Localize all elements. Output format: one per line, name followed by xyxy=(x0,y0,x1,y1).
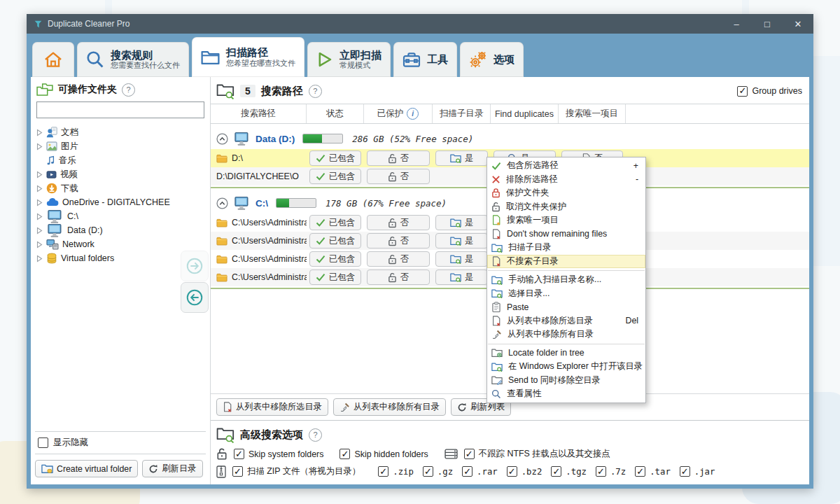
status-toggle-button[interactable]: 已包含 xyxy=(309,270,361,285)
minimize-button[interactable]: – xyxy=(721,14,752,34)
help-icon[interactable]: ? xyxy=(309,85,322,98)
column-header-3[interactable]: 扫描子目录 xyxy=(433,104,491,123)
column-header-5[interactable]: 搜索唯一项目 xyxy=(559,104,626,123)
tree-item[interactable]: 文档 xyxy=(34,125,207,139)
expander-icon[interactable] xyxy=(36,213,43,220)
protected-toggle-button[interactable]: 否 xyxy=(367,251,430,267)
remove-path-button[interactable] xyxy=(181,282,209,313)
checkbox[interactable] xyxy=(423,466,433,477)
status-toggle-button[interactable]: 已包含 xyxy=(309,169,361,184)
checkbox[interactable] xyxy=(551,466,561,477)
expander-icon[interactable] xyxy=(36,227,43,234)
tab-scan-paths[interactable]: 扫描路径您希望在哪查找文件 xyxy=(192,37,304,77)
collapse-group-icon[interactable] xyxy=(216,197,228,209)
option-ext-bz2[interactable]: .bz2 xyxy=(507,466,542,477)
protected-toggle-button[interactable]: 否 xyxy=(367,233,430,248)
tree-item[interactable]: 下载 xyxy=(34,181,207,195)
status-toggle-button[interactable]: 已包含 xyxy=(309,233,361,248)
menu-item[interactable]: 从列表中移除所有目录 xyxy=(487,328,645,342)
scan_sub-toggle-button[interactable]: 是 xyxy=(435,251,488,267)
group-drives-option[interactable]: Group drives xyxy=(737,86,802,97)
option-skip-hidden-folders[interactable]: Skip hidden folders xyxy=(340,449,428,459)
expander-icon[interactable] xyxy=(36,129,43,136)
group-drives-checkbox[interactable] xyxy=(737,86,748,97)
menu-item[interactable]: 包含所选路径+ xyxy=(487,159,645,173)
checkbox[interactable] xyxy=(462,466,472,477)
scan_sub-toggle-button[interactable]: 是 xyxy=(435,215,488,230)
option-ext-rar[interactable]: .rar xyxy=(462,466,498,477)
tab-search-rules[interactable]: 搜索规则您需要查找什么文件 xyxy=(77,42,189,77)
tree-item[interactable]: 图片 xyxy=(34,139,207,153)
status-toggle-button[interactable]: 已包含 xyxy=(309,150,361,166)
menu-item[interactable]: Don't show remaining files xyxy=(487,227,645,241)
menu-item[interactable]: 搜索唯一项目 xyxy=(487,214,645,227)
checkbox[interactable] xyxy=(378,466,388,477)
checkbox[interactable] xyxy=(507,466,517,477)
expander-icon[interactable] xyxy=(36,199,43,206)
scan_sub-toggle-button[interactable]: 是 xyxy=(435,233,488,248)
remove-all-button[interactable]: 从列表中移除所有目录 xyxy=(333,398,446,416)
tab-options[interactable]: 选项 xyxy=(460,42,524,77)
scan_sub-toggle-button[interactable]: 是 xyxy=(435,270,488,285)
menu-item[interactable]: 扫描子目录 xyxy=(487,241,645,255)
tree-item[interactable]: Network xyxy=(34,237,207,251)
menu-item[interactable]: 查看属性 xyxy=(487,387,645,401)
expander-icon[interactable] xyxy=(36,255,43,262)
menu-item[interactable]: Paste xyxy=(487,300,645,314)
option-scan-zip[interactable]: 扫描 ZIP 文件（将视为目录） xyxy=(232,465,360,477)
tab-home[interactable] xyxy=(32,42,74,77)
menu-item[interactable]: Send to 同时移除空目录 xyxy=(487,374,645,388)
expander-icon[interactable] xyxy=(36,185,43,192)
expander-icon[interactable] xyxy=(36,171,43,178)
option-ext-zip[interactable]: .zip xyxy=(378,466,414,477)
show-hidden-checkbox[interactable] xyxy=(38,438,48,448)
create-virtual-folder-button[interactable]: Create virtual folder xyxy=(35,460,138,477)
protected-toggle-button[interactable]: 否 xyxy=(367,270,430,285)
status-toggle-button[interactable]: 已包含 xyxy=(309,215,361,230)
checkbox[interactable] xyxy=(635,466,645,477)
option-skip-system-folders[interactable]: Skip system folders xyxy=(234,449,323,459)
option-ext-tar[interactable]: .tar xyxy=(635,466,671,477)
checkbox[interactable] xyxy=(234,449,244,459)
menu-item[interactable]: 在 Windows Explorer 中打开该目录 xyxy=(487,360,645,374)
tab-tools[interactable]: 工具 xyxy=(393,42,457,77)
column-header-0[interactable]: 搜索路径 xyxy=(211,104,307,123)
menu-item[interactable]: 排除所选路径- xyxy=(487,173,645,187)
close-button[interactable]: ✕ xyxy=(783,14,813,34)
protected-toggle-button[interactable]: 否 xyxy=(367,169,430,184)
option-ext-tgz[interactable]: .tgz xyxy=(551,466,587,477)
menu-item[interactable]: 手动输入扫描目录名称... xyxy=(487,273,645,287)
tree-item[interactable]: OneDrive - DIGITALYCHEE xyxy=(34,195,207,209)
option--ntfs-[interactable]: 不跟踪 NTFS 挂载点以及其交接点 xyxy=(464,448,610,460)
status-toggle-button[interactable]: 已包含 xyxy=(309,251,361,267)
refresh-tree-button[interactable]: 刷新目录 xyxy=(142,460,202,477)
remove-selected-button[interactable]: 从列表中移除所选目录 xyxy=(216,398,328,416)
checkbox[interactable] xyxy=(464,449,475,459)
menu-item[interactable]: 保护文件夹 xyxy=(487,186,645,200)
tree-item[interactable]: 视频 xyxy=(34,167,207,181)
help-icon[interactable]: ? xyxy=(122,83,135,97)
scan_sub-toggle-button[interactable]: 是 xyxy=(435,150,488,166)
tree-item[interactable]: Data (D:) xyxy=(34,223,207,237)
column-header-4[interactable]: Find duplicates xyxy=(491,104,559,123)
menu-item[interactable]: 从列表中移除所选目录Del xyxy=(487,314,645,328)
protected-toggle-button[interactable]: 否 xyxy=(367,215,430,230)
tab-scan-now[interactable]: 立即扫描常规模式 xyxy=(307,42,391,77)
add-path-button[interactable] xyxy=(181,251,209,281)
tree-item[interactable]: C:\ xyxy=(34,209,207,223)
maximize-button[interactable]: □ xyxy=(752,14,783,34)
checkbox[interactable] xyxy=(680,466,690,477)
option-ext-gz[interactable]: .gz xyxy=(423,466,453,477)
expander-icon[interactable] xyxy=(36,241,43,248)
folder-search-input[interactable] xyxy=(36,102,204,118)
menu-item[interactable]: 选择目录... xyxy=(487,287,645,301)
checkbox[interactable] xyxy=(232,466,243,477)
checkbox[interactable] xyxy=(596,466,606,477)
column-header-1[interactable]: 状态 xyxy=(307,104,364,123)
menu-item[interactable]: Locate folder in tree xyxy=(487,346,645,360)
protected-toggle-button[interactable]: 否 xyxy=(367,150,430,166)
tree-item[interactable]: 音乐 xyxy=(34,153,207,167)
collapse-group-icon[interactable] xyxy=(216,133,228,145)
help-icon[interactable]: ? xyxy=(309,428,322,442)
option-ext-7z[interactable]: .7z xyxy=(596,466,626,477)
